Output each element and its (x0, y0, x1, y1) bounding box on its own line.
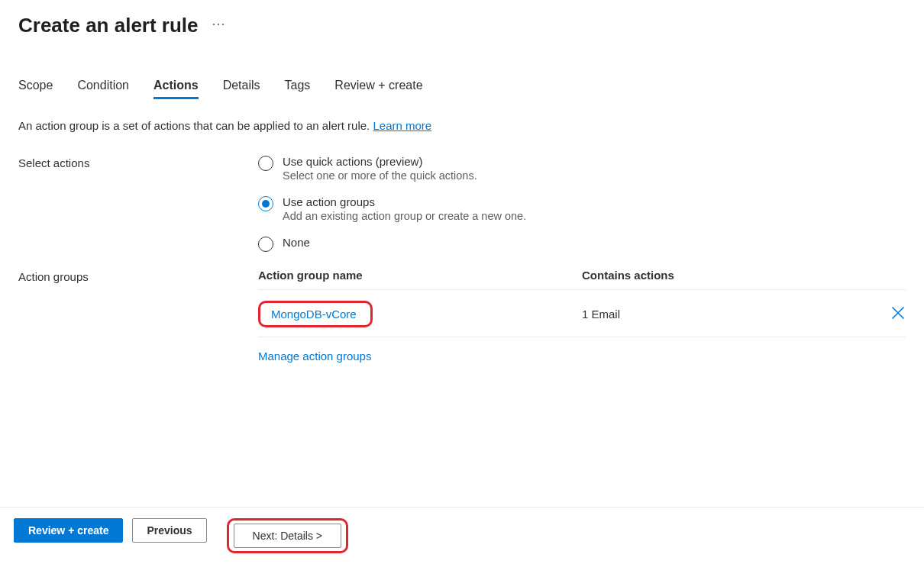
page-title: Create an alert rule (18, 14, 199, 37)
column-header-name: Action group name (258, 269, 582, 282)
radio-quick-actions-label: Use quick actions (preview) (283, 155, 477, 168)
action-groups-table: Action group name Contains actions Mongo… (258, 269, 906, 363)
header: Create an alert rule ··· (18, 14, 906, 37)
previous-button[interactable]: Previous (132, 518, 206, 543)
radio-action-groups-label: Use action groups (283, 195, 526, 208)
radio-none-label: None (283, 236, 310, 249)
intro-text: An action group is a set of actions that… (18, 119, 906, 132)
manage-action-groups-link[interactable]: Manage action groups (258, 350, 371, 363)
remove-action-group-icon[interactable] (890, 311, 906, 323)
highlight-next-button: Next: Details > (227, 518, 348, 553)
radio-action-groups-desc: Add an existing action group or create a… (283, 210, 526, 222)
next-details-button[interactable]: Next: Details > (234, 524, 341, 548)
table-row: MongoDB-vCore 1 Email (258, 290, 906, 337)
radio-selected-dot-icon (262, 200, 270, 208)
more-actions-icon[interactable]: ··· (212, 16, 226, 35)
wizard-footer: Review + create Previous Next: Details > (0, 507, 924, 564)
wizard-tabs: Scope Condition Actions Details Tags Rev… (18, 79, 906, 99)
tab-tags[interactable]: Tags (285, 79, 311, 99)
tab-details[interactable]: Details (223, 79, 260, 99)
highlight-action-group-name: MongoDB-vCore (258, 301, 373, 327)
learn-more-link[interactable]: Learn more (373, 119, 431, 132)
intro-body: An action group is a set of actions that… (18, 119, 373, 132)
radio-action-groups[interactable] (258, 196, 273, 211)
tab-scope[interactable]: Scope (18, 79, 53, 99)
action-group-contains: 1 Email (582, 308, 875, 321)
column-header-contains: Contains actions (582, 269, 875, 282)
review-create-button[interactable]: Review + create (14, 518, 123, 543)
action-groups-label: Action groups (18, 269, 258, 283)
radio-quick-actions[interactable] (258, 156, 273, 171)
select-actions-label: Select actions (18, 155, 258, 169)
radio-none[interactable] (258, 237, 273, 252)
tab-review-create[interactable]: Review + create (334, 79, 422, 99)
action-group-link[interactable]: MongoDB-vCore (271, 308, 357, 321)
radio-quick-actions-desc: Select one or more of the quick actions. (283, 169, 477, 182)
tab-condition[interactable]: Condition (77, 79, 129, 99)
tab-actions[interactable]: Actions (153, 79, 199, 99)
